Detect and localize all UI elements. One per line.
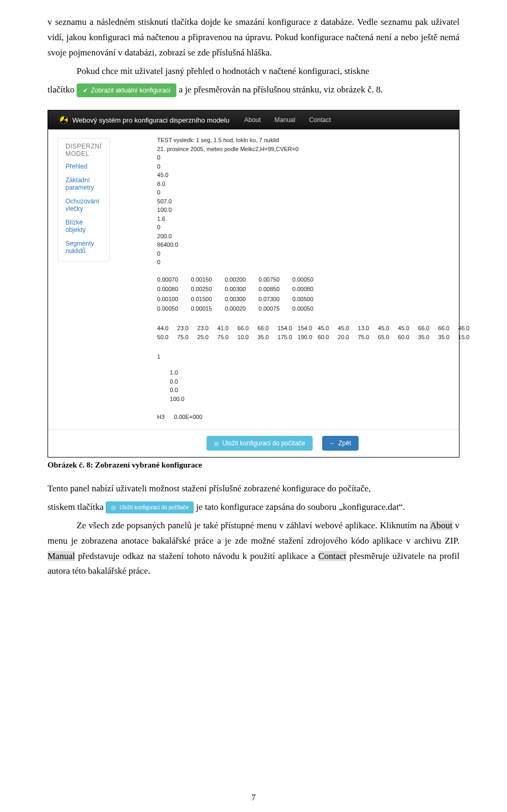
cell: 0.00300 (225, 285, 250, 294)
back-button[interactable]: Zpět (322, 436, 359, 451)
cell: 65.0 (378, 333, 393, 342)
download-config-button[interactable]: Uložit konfiguraci do počítače (206, 436, 313, 451)
download-config-button-inline[interactable]: Uložit konfiguraci do počítače (106, 501, 194, 514)
sidebar-heading: DISPERZNÍ MODEL (58, 138, 109, 160)
cell: 35.0 (258, 333, 273, 342)
cfg-val: 0 (157, 153, 473, 162)
cell: 0.00075 (259, 304, 284, 313)
panel-footer: Uložit konfiguraci do počítače Zpět (48, 429, 459, 457)
cell: 0.00050 (157, 304, 183, 313)
paragraph-2b: stiskem tlačítka Uložit konfiguraci do p… (48, 500, 459, 515)
cell: 25.0 (198, 333, 212, 342)
cell: 66.0 (438, 324, 453, 333)
cell: 75.0 (218, 333, 232, 342)
figure-caption: Obrázek č. 8: Zobrazení vybrané konfigur… (48, 461, 459, 470)
config-dump: TEST vysledk: 1 seg, 1.5 hod, lokln ko, … (157, 138, 473, 422)
cfg-grid5: 0.00070 0.00150 0.00200 0.00750 0.00050 … (157, 275, 473, 313)
brand[interactable]: Webový systém pro konfiguraci disperzníh… (60, 116, 229, 124)
cell: 41.0 (218, 324, 232, 333)
cfg-wide: 44.0 23.0 23.0 41.0 66.0 66.0 154.0 154.… (157, 324, 473, 342)
cell: 75.0 (358, 333, 373, 342)
nav-contact[interactable]: Contact (309, 116, 331, 124)
cfg-val: 45.0 (157, 171, 473, 180)
cell: 44.0 (157, 324, 172, 333)
cell: 50.0 (157, 333, 172, 342)
cell: 0.00100 (157, 295, 183, 304)
cell: 75.0 (177, 333, 192, 342)
cfg-val: 0 (157, 162, 473, 171)
navbar: Webový systém pro konfiguraci disperzníh… (48, 110, 459, 129)
sidebar-item-prehled[interactable]: Přehled (58, 160, 109, 173)
about-highlight: About (430, 520, 453, 530)
cell: 45.0 (318, 324, 333, 333)
paragraph-1b: Pokud chce mít uživatel jasný přehled o … (48, 64, 459, 79)
text-before-btn2: stiskem tlačítka (48, 502, 106, 512)
cell: 0.00500 (293, 295, 318, 304)
cell: 0.00200 (225, 275, 250, 284)
sidebar-item-zakladni[interactable]: Základní parametry (58, 173, 109, 194)
cfg-val: 1.0 (170, 368, 473, 377)
cfg-val: 0.0 (170, 386, 473, 395)
cell: 45.0 (378, 324, 393, 333)
cell: 154.0 (298, 324, 313, 333)
cfg-line2: 21. prosince 2005, meteo podle Melkc2,H=… (157, 145, 473, 154)
sidebar-item-segmenty[interactable]: Segmenty nuklidů (58, 237, 109, 258)
cfg-val: 0 (157, 258, 473, 267)
cfg-val: 1.6 (157, 214, 473, 223)
p3-a: Ze všech zde popsaných panelů je také př… (77, 520, 430, 530)
cell: 60.0 (398, 333, 413, 342)
cell: 0.00300 (225, 295, 250, 304)
text-after-btn: a je přesměrován na příslušnou stránku, … (179, 85, 383, 95)
cell: 15.0 (458, 333, 473, 342)
cell: 154.0 (278, 324, 293, 333)
manual-highlight: Manual (48, 551, 75, 561)
cfg-val: 200.0 (157, 232, 473, 241)
cfg-line1: TEST vysledk: 1 seg, 1.5 hod, lokln ko, … (157, 136, 473, 145)
cell: 0.00020 (225, 304, 250, 313)
radiation-icon (60, 116, 68, 124)
cfg-single: 1 (157, 352, 473, 361)
cell: 0.00750 (259, 275, 284, 284)
paragraph-1a: v seznamu a následném stisknutí tlačítka… (48, 15, 459, 61)
sidebar-item-ochuzovani[interactable]: Ochuzování vlečky (58, 194, 109, 216)
cell: 0.01500 (191, 295, 217, 304)
cfg-val: 0.00E+000 (174, 413, 203, 422)
cell: 46.0 (458, 324, 473, 333)
page-number: 7 (0, 793, 507, 802)
cell: 0.00050 (293, 304, 318, 313)
cell: 66.0 (258, 324, 273, 333)
sidebar: DISPERZNÍ MODEL Přehled Základní paramet… (58, 138, 110, 262)
cell: 45.0 (398, 324, 413, 333)
cell: 0.00250 (191, 285, 217, 294)
paragraph-1c: tlačítko Zobrazit aktuální konfiguraci a… (48, 82, 459, 98)
cell: 0.00850 (259, 285, 284, 294)
cfg-val: 86400.0 (157, 240, 473, 249)
cell: 20.0 (338, 333, 353, 342)
cfg-val: 100.0 (157, 206, 473, 214)
cell: 66.0 (238, 324, 252, 333)
sidebar-item-blizke[interactable]: Blízké objekty (58, 216, 109, 237)
nav-about[interactable]: About (244, 116, 260, 124)
cell: 0.00080 (293, 285, 318, 294)
cfg-val: 0.0 (170, 377, 473, 386)
cfg-val: 8.0 (157, 180, 473, 189)
cfg-val: 0 (157, 223, 473, 232)
paragraph-3: Ze všech zde popsaných panelů je také př… (48, 518, 459, 580)
cell: 13.0 (358, 324, 373, 333)
cell: 35.0 (418, 333, 433, 342)
cell: 60.0 (318, 333, 333, 342)
cell: 0.00050 (293, 275, 318, 284)
cfg-val: 0 (157, 249, 473, 258)
p3-c: představuje odkaz na stažení tohoto návo… (75, 551, 318, 561)
cell: 0.00150 (191, 275, 217, 284)
view-config-button[interactable]: Zobrazit aktuální konfiguraci (77, 83, 176, 97)
brand-text: Webový systém pro konfiguraci disperzníh… (72, 116, 229, 124)
cell: 23.0 (198, 324, 212, 333)
cfg-val: 507.0 (157, 197, 473, 206)
nav-manual[interactable]: Manual (275, 116, 295, 124)
cfg-val: H3 (157, 413, 165, 422)
paragraph-2a: Tento panel nabízí uživateli možnost sta… (48, 481, 459, 497)
figure-screenshot: Webový systém pro konfiguraci disperzníh… (48, 110, 459, 458)
cfg-col2: 1.0 0.0 0.0 100.0 (170, 368, 473, 403)
cfg-last: H3 0.00E+000 (157, 413, 473, 422)
